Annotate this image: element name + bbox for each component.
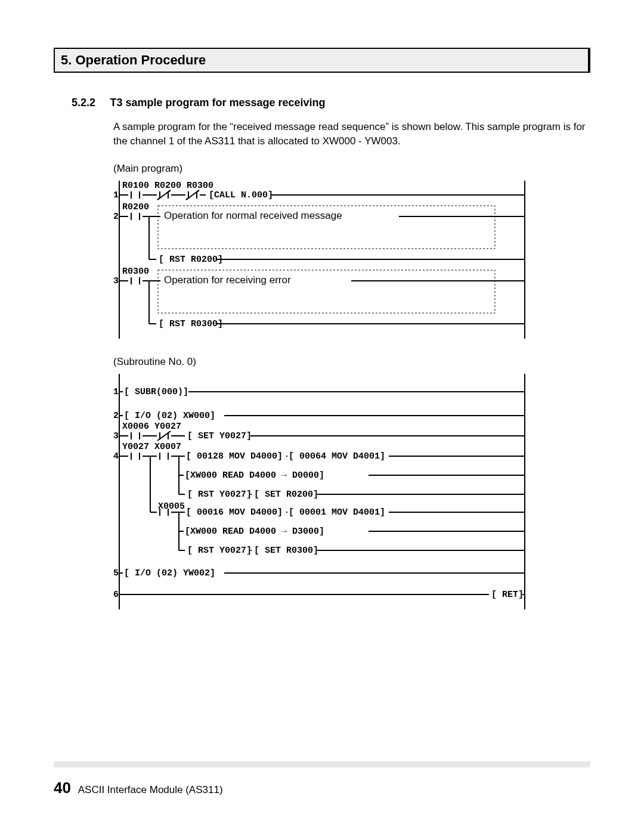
subr: SUBR(000) [135, 387, 183, 397]
svg-rect-63 [128, 454, 143, 459]
svg-text:[ SUBR(000)]: [ SUBR(000)] [124, 387, 188, 397]
svg-text:[XW000 READ  D4000   →   D0000: [XW000 READ D4000 → D0000] [185, 470, 324, 481]
rung-num-1: 1 [113, 190, 119, 200]
main-program-label: (Main program) [113, 163, 590, 175]
io-xw000: I/O (02) XW000 [135, 411, 210, 421]
rst-y0027-2: RST Y0027 [198, 546, 246, 556]
page-footer: 40 ASCII Interface Module (AS311) [54, 779, 223, 797]
section-heading: 5. Operation Procedure [54, 48, 590, 73]
svg-text:[ RST Y0027]: [ RST Y0027] [187, 490, 252, 500]
contact-r0200 [128, 213, 143, 220]
svg-rect-66 [157, 454, 171, 459]
mov-1a: 00128 MOV D4000 [197, 451, 277, 462]
svg-rect-35 [128, 278, 143, 283]
rst-r0300: [ RST R0300] [159, 319, 223, 329]
doc-title: ASCII Interface Module (AS311) [78, 784, 223, 795]
rst-r0200: [ RST R0200] [159, 255, 223, 265]
main-ladder-diagram: R0100 R0200 R0300 1 [113, 181, 590, 342]
rung-5: 5 [113, 568, 119, 578]
rung-3: 3 [113, 431, 119, 441]
rung-2: 2 [113, 411, 119, 421]
svg-rect-5 [128, 193, 143, 197]
svg-text:[ 00016 MOV D4000]: [ 00016 MOV D4000] [186, 507, 283, 518]
r0200-label: R0200 [122, 202, 149, 212]
regs-line1: X0006 Y0027 [122, 422, 181, 432]
annot-error: Operation for receiving error [164, 274, 291, 286]
contact-x0007 [157, 453, 171, 460]
rung-6: 6 [113, 590, 119, 600]
svg-text:[ 00128 MOV D4000]: [ 00128 MOV D4000] [186, 451, 283, 462]
svg-text:[ I/O  (02) XW000]: [ I/O (02) XW000] [124, 411, 215, 421]
ret: RET [502, 590, 518, 600]
svg-text:[ SET R0200]: [ SET R0200] [254, 490, 318, 500]
contact-y0027-nc [157, 431, 171, 441]
svg-text:[ SET Y0027]: [ SET Y0027] [187, 431, 252, 441]
contact-r0300-nc [185, 190, 200, 200]
paragraph: A sample program for the “received messa… [113, 120, 590, 148]
regs-line2: Y0027 X0007 [122, 442, 181, 452]
contact-r0200-nc [157, 190, 171, 200]
subroutine-ladder-diagram: 1 [ SUBR(000)] 2 [ I/O (02) XW000] X0006… [113, 374, 590, 612]
svg-text:[ RET]: [ RET] [491, 590, 524, 600]
rung-1: 1 [113, 387, 119, 397]
mov-2a: 00016 MOV D4000 [197, 507, 277, 518]
svg-text:[XW000 READ  D4000   →   D3000: [XW000 READ D4000 → D3000] [185, 527, 324, 537]
svg-text:[ SET R0300]: [ SET R0300] [254, 546, 318, 556]
annot-normal: Operation for normal received message [164, 210, 342, 221]
set-r0200: SET R0200 [265, 490, 313, 500]
rung-4: 4 [113, 451, 119, 462]
svg-rect-24 [128, 214, 143, 219]
contact-x0006 [128, 432, 143, 439]
subsection-number: 5.2.2 [72, 97, 107, 109]
regs-top: R0100 R0200 R0300 [122, 181, 213, 191]
footer-divider [54, 761, 590, 767]
contact-r0100 [128, 191, 143, 199]
svg-text:[ 00064 MOV D4001]: [ 00064 MOV D4001] [289, 451, 385, 462]
svg-text:[ 00001 MOV D4001]: [ 00001 MOV D4001] [289, 507, 385, 518]
r0300-label: R0300 [122, 267, 149, 277]
page-number: 40 [54, 779, 71, 797]
read-2: XW000 READ D4000 → D3000 [190, 527, 319, 537]
set-r0300: SET R0300 [265, 546, 313, 556]
svg-rect-53 [128, 433, 143, 438]
rst-y0027-1: RST Y0027 [198, 490, 246, 500]
io-yw002: I/O (02) YW002 [135, 568, 210, 578]
read-1: XW000 READ D4000 → D0000 [190, 470, 319, 481]
rung-num-3: 3 [113, 276, 119, 286]
mov-2b: 00001 MOV D4001 [299, 507, 380, 518]
call-instruction: [CALL N.000] [209, 190, 273, 200]
set-y0027: SET Y0027 [198, 431, 246, 441]
subsection-title: T3 sample program for message receiving [110, 97, 325, 109]
rung-num-2: 2 [113, 212, 119, 222]
contact-r0300 [128, 277, 143, 284]
svg-rect-84 [157, 510, 171, 515]
svg-text:[ I/O  (02) YW002]: [ I/O (02) YW002] [124, 568, 215, 578]
subroutine-label: (Subroutine No. 0) [113, 356, 590, 368]
mov-1b: 00064 MOV D4001 [299, 451, 380, 462]
svg-text:[ RST Y0027]: [ RST Y0027] [187, 546, 252, 556]
contact-y0027 [128, 453, 143, 460]
